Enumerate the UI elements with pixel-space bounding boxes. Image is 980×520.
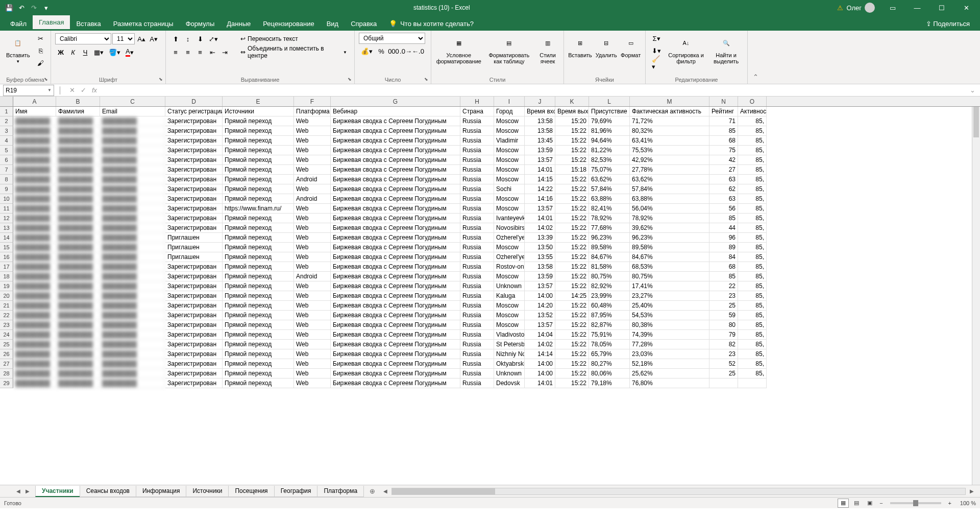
row-header[interactable]: 6 [0, 155, 13, 165]
cell[interactable]: 15:22 [555, 233, 589, 243]
row-header[interactable]: 1 [0, 107, 13, 116]
cell[interactable]: Web [294, 233, 331, 243]
cell[interactable]: 17,41% [630, 281, 709, 291]
cell[interactable]: Russia [460, 136, 494, 146]
cell[interactable]: Зарегистрирован [165, 301, 223, 311]
column-header[interactable]: M [630, 97, 709, 106]
qat-customize-icon[interactable]: ▾ [41, 3, 51, 13]
cell[interactable]: St Petersburg [494, 340, 525, 349]
font-size-select[interactable]: 11 [112, 33, 135, 44]
cell[interactable]: Moscow [494, 311, 525, 320]
cell[interactable]: 15:22 [555, 136, 589, 146]
cell[interactable]: Russia [460, 214, 494, 223]
cell[interactable]: ████████ [100, 194, 165, 204]
cell[interactable]: ████████ [13, 349, 56, 359]
column-header[interactable]: H [460, 97, 494, 106]
column-header[interactable]: K [555, 97, 589, 106]
cell[interactable]: Биржевая сводка с Сергеем Погудиным [331, 146, 460, 155]
cell[interactable]: 14:01 [525, 165, 555, 175]
decrease-font-icon[interactable]: A▾ [148, 33, 159, 44]
cell[interactable]: 27,78% [630, 165, 709, 175]
cell[interactable]: 85, [738, 116, 767, 126]
cell[interactable]: 56,04% [630, 204, 709, 214]
cell[interactable]: 14:01 [525, 379, 555, 388]
cell[interactable]: ████████ [13, 194, 56, 204]
tab-file[interactable]: Файл [4, 17, 33, 31]
cell[interactable]: Web [294, 320, 331, 330]
row-header[interactable]: 25 [0, 340, 13, 349]
cell[interactable]: Web [294, 184, 331, 194]
cell[interactable]: Зарегистрирован [165, 204, 223, 214]
cell[interactable]: 63,62% [630, 175, 709, 184]
cell[interactable]: 14:22 [525, 184, 555, 194]
cell[interactable]: ████████ [100, 281, 165, 291]
cell[interactable]: ████████ [56, 369, 100, 379]
cell[interactable]: Биржевая сводка с Сергеем Погудиным [331, 165, 460, 175]
cell[interactable]: ████████ [56, 243, 100, 252]
cell[interactable]: 15:22 [555, 252, 589, 262]
cell[interactable]: Web [294, 155, 331, 165]
sheet-tab[interactable]: Платформа [317, 486, 364, 497]
cell[interactable]: Russia [460, 320, 494, 330]
expand-formula-bar-icon[interactable]: ⌄ [967, 85, 978, 96]
horizontal-scrollbar[interactable] [391, 488, 966, 495]
cell[interactable]: 85, [738, 330, 767, 340]
cell[interactable]: ████████ [100, 136, 165, 146]
find-select-button[interactable]: 🔍 Найти и выделить [709, 33, 743, 66]
tell-me[interactable]: 💡 Что вы хотите сделать? [383, 17, 480, 31]
align-right-icon[interactable]: ≡ [194, 46, 206, 58]
cell[interactable]: 84,67% [630, 252, 709, 262]
minimize-button[interactable]: — [905, 0, 929, 15]
cell[interactable]: 84,67% [589, 252, 630, 262]
tab-view[interactable]: Вид [321, 17, 345, 31]
cell[interactable]: 15:20 [555, 116, 589, 126]
zoom-in-button[interactable]: + [946, 500, 953, 506]
cell[interactable]: Биржевая сводка с Сергеем Погудиным [331, 223, 460, 233]
cell[interactable]: Зарегистрирован [165, 281, 223, 291]
hscroll-thumb[interactable] [392, 488, 495, 494]
align-top-icon[interactable]: ⬆ [170, 33, 181, 44]
insert-function-icon[interactable]: fx [89, 85, 100, 96]
cell[interactable]: 14:14 [525, 349, 555, 359]
cell[interactable]: Sochi [494, 184, 525, 194]
cell[interactable]: ████████ [13, 262, 56, 272]
cell[interactable]: Прямой переход [223, 301, 294, 311]
cell[interactable]: 14:15 [525, 175, 555, 184]
cell[interactable]: Фактическая активность [630, 107, 709, 116]
cell[interactable]: 39,62% [630, 223, 709, 233]
cell[interactable]: Moscow [494, 155, 525, 165]
cell[interactable]: Биржевая сводка с Сергеем Погудиным [331, 281, 460, 291]
row-header[interactable]: 11 [0, 204, 13, 214]
cell[interactable]: Биржевая сводка с Сергеем Погудиным [331, 116, 460, 126]
cell[interactable]: Биржевая сводка с Сергеем Погудиным [331, 369, 460, 379]
cell[interactable] [709, 379, 738, 388]
cell[interactable]: ████████ [13, 243, 56, 252]
cell[interactable]: Web [294, 311, 331, 320]
cell[interactable]: 85, [738, 349, 767, 359]
cell[interactable]: ████████ [13, 311, 56, 320]
cell[interactable]: Web [294, 340, 331, 349]
cell[interactable]: Биржевая сводка с Сергеем Погудиным [331, 233, 460, 243]
cell[interactable]: Russia [460, 116, 494, 126]
cell[interactable]: ████████ [100, 223, 165, 233]
tab-help[interactable]: Справка [345, 17, 383, 31]
cell[interactable]: 85, [738, 359, 767, 369]
cell[interactable]: ████████ [56, 291, 100, 301]
font-expand-icon[interactable]: ⬊ [158, 76, 164, 82]
cell[interactable]: ████████ [13, 184, 56, 194]
cell[interactable]: ████████ [13, 252, 56, 262]
cell[interactable]: 80,27% [589, 359, 630, 369]
align-center-icon[interactable]: ≡ [182, 46, 193, 58]
cell[interactable]: Прямой переход [223, 349, 294, 359]
cell[interactable]: Прямой переход [223, 146, 294, 155]
cell[interactable]: ████████ [13, 281, 56, 291]
cell[interactable]: 96,23% [589, 233, 630, 243]
cell[interactable]: 15:22 [555, 126, 589, 136]
cell[interactable]: Прямой переход [223, 281, 294, 291]
row-header[interactable]: 5 [0, 146, 13, 155]
cell[interactable]: ████████ [13, 369, 56, 379]
column-header[interactable]: O [738, 97, 767, 106]
cell[interactable]: Активность [738, 107, 767, 116]
tab-review[interactable]: Рецензирование [257, 17, 320, 31]
cell[interactable]: Russia [460, 223, 494, 233]
